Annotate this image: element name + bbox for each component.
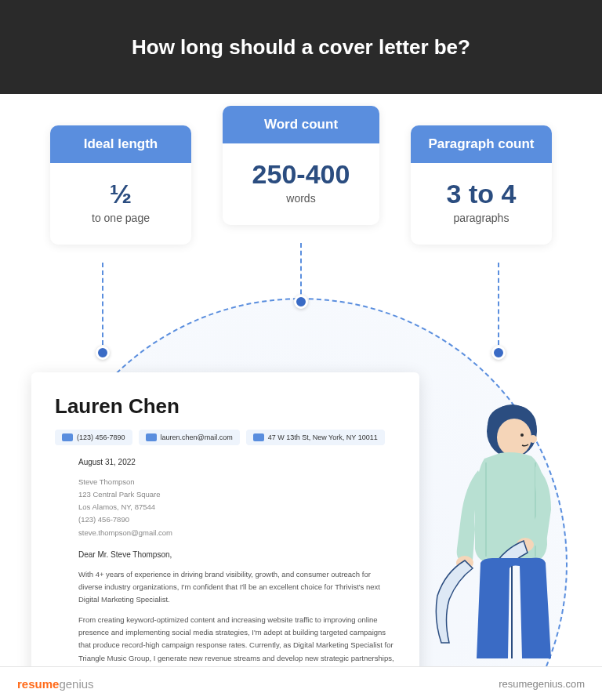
connector-line xyxy=(102,263,103,353)
card-value: ½ xyxy=(66,180,176,207)
card-label: Ideal length xyxy=(50,125,191,163)
phone-icon xyxy=(62,433,73,441)
contact-address: 47 W 13th St, New York, NY 10011 xyxy=(246,430,385,445)
card-body: ½ to one page xyxy=(50,163,191,245)
connector-line xyxy=(498,263,499,353)
logo-part-2: genius xyxy=(59,677,93,691)
letter-body: August 31, 2022 Steve Thompson 123 Centr… xyxy=(55,458,396,690)
connector-left xyxy=(102,263,103,353)
card-subtext: words xyxy=(238,192,364,205)
connector-dot xyxy=(96,346,110,360)
applicant-name: Lauren Chen xyxy=(55,394,396,419)
info-cards-row: Ideal length ½ to one page Word count 25… xyxy=(0,94,602,245)
connector-right xyxy=(498,263,499,353)
card-body: 250-400 words xyxy=(223,143,379,225)
card-value: 3 to 4 xyxy=(426,180,536,207)
card-subtext: paragraphs xyxy=(426,212,536,224)
card-subtext: to one page xyxy=(66,212,176,224)
recipient-email: steve.thompson@gmail.com xyxy=(78,527,396,539)
connector-line xyxy=(300,243,302,302)
site-url: resumegenius.com xyxy=(499,678,585,690)
logo-part-1: resume xyxy=(17,677,59,691)
page-title: How long should a cover letter be? xyxy=(132,35,470,60)
recipient-city: Los Alamos, NY, 87544 xyxy=(78,501,396,513)
page-header: How long should a cover letter be? xyxy=(0,0,602,94)
person-illustration xyxy=(430,392,578,662)
connector-dot xyxy=(491,346,506,360)
contact-email: lauren.chen@mail.com xyxy=(139,430,240,445)
contact-row: (123) 456-7890 lauren.chen@mail.com 47 W… xyxy=(55,430,396,445)
card-label: Word count xyxy=(223,106,379,143)
mail-icon xyxy=(146,433,157,441)
greeting: Dear Mr. Steve Thompson, xyxy=(78,550,396,559)
location-icon xyxy=(253,433,264,441)
cover-letter-sample: Lauren Chen (123) 456-7890 lauren.chen@m… xyxy=(31,372,419,700)
svg-point-3 xyxy=(529,435,537,443)
recipient-address: Steve Thompson 123 Central Park Square L… xyxy=(78,476,396,539)
contact-text: (123) 456-7890 xyxy=(77,433,125,441)
card-paragraph-count: Paragraph count 3 to 4 paragraphs xyxy=(411,125,552,245)
connector-middle xyxy=(300,243,302,302)
content-area: Ideal length ½ to one page Word count 25… xyxy=(0,94,602,666)
card-label: Paragraph count xyxy=(411,125,552,163)
contact-text: 47 W 13th St, New York, NY 10011 xyxy=(268,433,378,441)
recipient-street: 123 Central Park Square xyxy=(78,488,396,501)
letter-date: August 31, 2022 xyxy=(78,458,396,466)
card-body: 3 to 4 paragraphs xyxy=(411,163,552,245)
contact-text: lauren.chen@mail.com xyxy=(161,433,233,441)
brand-logo: resumegenius xyxy=(17,677,94,691)
paragraph-1: With 4+ years of experience in driving b… xyxy=(78,568,396,606)
svg-point-2 xyxy=(520,433,524,437)
connector-dot xyxy=(294,295,308,309)
svg-point-1 xyxy=(497,419,531,456)
recipient-phone: (123) 456-7890 xyxy=(78,513,396,526)
card-ideal-length: Ideal length ½ to one page xyxy=(50,125,191,245)
recipient-name: Steve Thompson xyxy=(78,476,396,488)
footer: resumegenius resumegenius.com xyxy=(0,666,602,700)
card-word-count: Word count 250-400 words xyxy=(223,106,379,225)
contact-phone: (123) 456-7890 xyxy=(55,430,132,445)
card-value: 250-400 xyxy=(238,161,364,187)
